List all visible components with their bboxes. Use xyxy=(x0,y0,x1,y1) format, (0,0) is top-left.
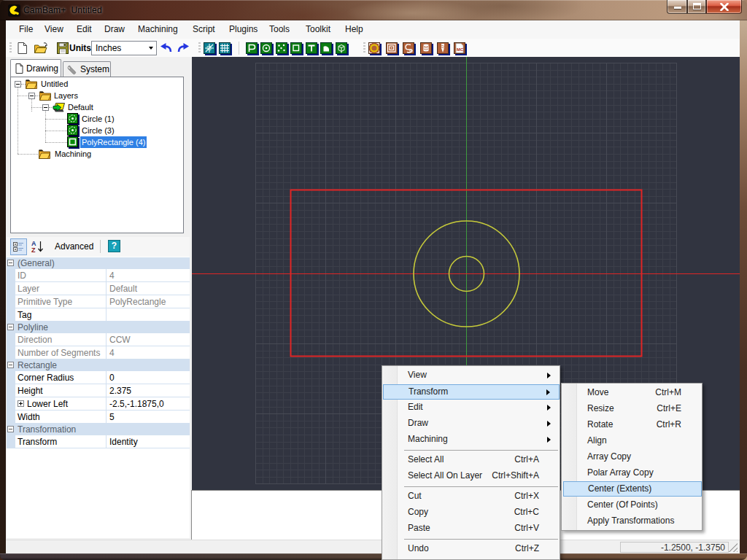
svg-text:Z: Z xyxy=(31,246,36,254)
svg-text:MC: MC xyxy=(457,47,464,52)
